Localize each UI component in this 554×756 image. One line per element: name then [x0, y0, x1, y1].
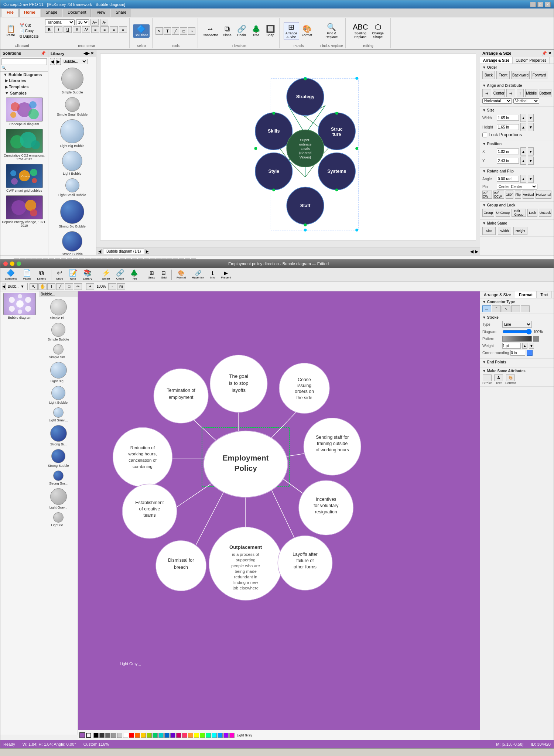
- bot-color-24[interactable]: [229, 733, 235, 738]
- corner-rounding-input[interactable]: [510, 350, 525, 356]
- rect-tool-btn[interactable]: □: [180, 27, 187, 35]
- minimize-btn[interactable]: _: [530, 2, 536, 7]
- make-same-text-btn[interactable]: A Text: [494, 374, 503, 385]
- stroke-type-select[interactable]: Line: [502, 321, 532, 328]
- library-strong-bubble[interactable]: Strong Bubble: [48, 230, 96, 255]
- library-simple-bubble[interactable]: Simple Bubble: [48, 66, 96, 96]
- library-light-small-bubble[interactable]: Light Small Bubble: [48, 177, 96, 198]
- library-btn[interactable]: 📚 Library: [81, 268, 94, 281]
- format-button[interactable]: 🎨 Format: [300, 24, 314, 38]
- height-down-btn[interactable]: ▼: [528, 123, 534, 131]
- bottom-light-gr[interactable]: Light Gr...: [39, 511, 78, 528]
- bot-color-14[interactable]: [170, 733, 175, 738]
- sample-conceptual[interactable]: Conceptual diagram: [0, 96, 48, 127]
- bottom-canvas[interactable]: Employment Policy Termination of employm…: [78, 291, 480, 735]
- bottom-strong-bubble[interactable]: Strong Bubble: [39, 448, 78, 469]
- tab-view[interactable]: View: [92, 9, 110, 17]
- align-left-btn[interactable]: ≡: [91, 26, 99, 33]
- width-down-btn[interactable]: ▼: [528, 114, 534, 122]
- make-same-format-btn[interactable]: 🎨 Format: [505, 374, 516, 385]
- tab-file[interactable]: File: [2, 9, 18, 17]
- edit-group-btn[interactable]: EditGroup: [512, 209, 526, 217]
- order-front-btn[interactable]: Front: [496, 71, 510, 79]
- text-tool-btn[interactable]: T: [164, 27, 171, 35]
- stroke-weight-input[interactable]: [502, 343, 521, 349]
- arrow-tool-btn[interactable]: ↖: [155, 27, 163, 35]
- select-tool-btn[interactable]: ↖: [30, 283, 38, 290]
- tree-btn-bottom[interactable]: 🌲 Tree: [128, 268, 140, 281]
- sample-deposit[interactable]: Deposit energy change, 1971-2010: [0, 194, 48, 229]
- bot-color-4[interactable]: [111, 733, 116, 738]
- tab-custom-properties[interactable]: Custom Properties: [513, 57, 550, 64]
- line-tool-btn[interactable]: ╱: [172, 27, 179, 35]
- weight-up-btn[interactable]: ▲: [522, 343, 527, 349]
- chain-button[interactable]: 🔗 Chain: [235, 24, 248, 38]
- lib-nav-next[interactable]: ▶: [56, 58, 61, 65]
- italic-btn[interactable]: I: [54, 26, 62, 33]
- width-input[interactable]: [497, 115, 519, 121]
- align-right-btn[interactable]: ⫥: [506, 89, 515, 97]
- bottom-simple-bi[interactable]: Simple Bi...: [39, 297, 78, 321]
- current-color-stroke[interactable]: [86, 733, 91, 738]
- y-input[interactable]: [497, 158, 519, 164]
- note-btn[interactable]: 📝 Note: [67, 268, 79, 281]
- tab-home[interactable]: Home: [19, 9, 40, 17]
- font-size-up-btn[interactable]: A+: [90, 19, 99, 25]
- order-forward-btn[interactable]: Forward: [531, 71, 547, 79]
- x-up-btn[interactable]: ▲: [520, 147, 526, 155]
- bot-color-20[interactable]: [206, 733, 211, 738]
- grid-btn[interactable]: ⊟ Grid: [159, 269, 169, 280]
- make-same-size-btn[interactable]: Size: [482, 227, 496, 235]
- align-middle-btn[interactable]: Middle: [525, 89, 537, 97]
- clone-button[interactable]: ⧉ Clone: [220, 24, 234, 38]
- connector-button[interactable]: ↔ Connector: [201, 24, 219, 38]
- bottom-strong-bi[interactable]: Strong Bi...: [39, 424, 78, 448]
- bot-color-16[interactable]: [182, 733, 187, 738]
- conn-arc[interactable]: ⌒: [492, 305, 501, 312]
- superscript-btn[interactable]: A²: [82, 26, 90, 33]
- bot-color-19[interactable]: [200, 733, 205, 738]
- font-select[interactable]: Tahoma: [45, 19, 75, 25]
- lock-btn[interactable]: Lock: [527, 209, 537, 217]
- align-center-btn[interactable]: Center: [493, 89, 505, 97]
- bot-color-21[interactable]: [212, 733, 217, 738]
- pin-select[interactable]: Center-Center: [497, 184, 537, 189]
- conn-direct[interactable]: —: [482, 305, 491, 312]
- height-input[interactable]: [497, 124, 519, 130]
- align-center-btn[interactable]: ≡: [100, 26, 109, 33]
- bot-color-8[interactable]: [135, 733, 140, 738]
- traffic-light-yellow[interactable]: [10, 261, 14, 266]
- bottom-tab-format[interactable]: Format: [515, 291, 537, 298]
- sidebar-item-libraries[interactable]: ▶ Libraries: [0, 78, 48, 84]
- align-justify-btn[interactable]: ≡: [119, 26, 127, 33]
- lib-nav-prev[interactable]: ◀: [50, 58, 55, 65]
- tree-button[interactable]: 🌲 Tree: [249, 24, 263, 38]
- solutions-search-input[interactable]: [1, 58, 47, 65]
- order-backward-btn[interactable]: Backward: [511, 71, 530, 79]
- horizontal-align-select[interactable]: Horizontal: [482, 98, 512, 104]
- bot-color-12[interactable]: [158, 733, 164, 738]
- bot-color-17[interactable]: [188, 733, 193, 738]
- text-tool-btn-bot[interactable]: T: [47, 283, 55, 290]
- hand-tool-btn[interactable]: ✋: [38, 283, 47, 290]
- sidebar-item-templates[interactable]: ▶ Templates: [0, 84, 48, 90]
- angle-down-btn[interactable]: ▼: [528, 175, 534, 183]
- bot-color-10[interactable]: [147, 733, 152, 738]
- align-left-btn[interactable]: ⫤: [482, 89, 491, 97]
- tab-document[interactable]: Document: [63, 9, 91, 17]
- weight-down-btn[interactable]: ▼: [529, 343, 534, 349]
- zoom-in-btn[interactable]: +: [86, 283, 94, 290]
- snap-button[interactable]: 🔲 Snap: [264, 24, 277, 38]
- bot-color-15[interactable]: [176, 733, 181, 738]
- rotate-180-btn[interactable]: 180°: [506, 191, 513, 199]
- bot-color-22[interactable]: [218, 733, 223, 738]
- spelling-button[interactable]: ABC SpellingReplace: [351, 23, 369, 40]
- cut-button[interactable]: ✂️ Cut: [18, 23, 40, 28]
- bottom-simple-bubble[interactable]: Simple Bubble: [39, 321, 78, 343]
- flip-horizontal-btn[interactable]: Horizontal: [536, 191, 551, 199]
- library-strong-big-bubble[interactable]: Strong Big Bubble: [48, 198, 96, 230]
- solutions-panel-pin[interactable]: 📌: [41, 51, 46, 56]
- align-bottom-btn[interactable]: Bottom: [539, 89, 551, 97]
- bubble-type-select[interactable]: Bubble...: [62, 59, 88, 64]
- ungroup-btn[interactable]: UnGroup: [496, 209, 510, 217]
